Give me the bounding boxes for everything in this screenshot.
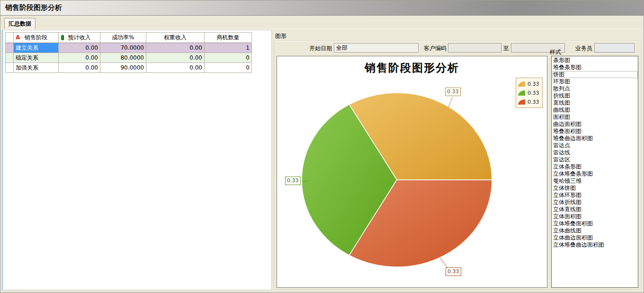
graph-group-label: 图形 — [275, 32, 286, 40]
slice-label-left: 0.33 — [285, 177, 301, 185]
salesman-label: 业务员 — [571, 44, 592, 53]
bottom-strip — [0, 290, 644, 293]
start-date-label: 开始日期 — [304, 44, 332, 53]
style-list-item[interactable]: 立体直线图 — [552, 206, 638, 213]
app-window: 销售阶段图形分析 汇总数据 A 销售阶段 预计收入 成功率% 权重 — [0, 0, 644, 293]
chart-style-listbox: 条形图堆叠条形图饼图环形图散列点折线图直线图曲线图面积图曲边面积图堆叠面积图堆叠… — [551, 56, 638, 288]
slice-label-bottom: 0.33 — [446, 267, 461, 276]
tab-content-divider — [0, 29, 644, 29]
style-list-item[interactable]: 堆叠条形图 — [552, 64, 638, 71]
style-list-item[interactable]: 立体环形图 — [552, 192, 638, 199]
style-list-item[interactable]: 立体堆叠面积图 — [552, 220, 638, 227]
cell-stage[interactable]: 加强关系 — [14, 63, 59, 73]
column-header-label: 销售阶段 — [25, 34, 47, 41]
style-list-item[interactable]: 曲线图 — [552, 107, 638, 114]
cell-stage[interactable]: 建立关系 — [14, 43, 59, 53]
column-header-label: 预计收入 — [68, 34, 91, 41]
row-selector[interactable] — [6, 43, 14, 53]
sales-stage-table: A 销售阶段 预计收入 成功率% 权重收入 商机数量 建立关系 0.00 70.… — [5, 32, 252, 73]
start-date-input[interactable] — [334, 43, 419, 53]
style-list-item[interactable]: 条形图 — [552, 57, 638, 64]
style-list-item[interactable]: 立体面积图 — [552, 213, 638, 220]
style-list-item[interactable]: 雷达点 — [552, 142, 638, 149]
cell-weighted-revenue[interactable]: 0.00 — [146, 53, 205, 63]
style-list-item[interactable]: 直线图 — [552, 99, 638, 107]
legend-swatch-red — [518, 99, 525, 105]
column-header-weighted-revenue[interactable]: 权重收入 — [146, 33, 205, 43]
style-list-item[interactable]: 曼哈顿三维 — [552, 178, 638, 185]
legend-value: 0.33 — [528, 81, 539, 87]
legend-swatch-green — [518, 90, 525, 96]
style-list-item[interactable]: 立体堆叠曲边面积图 — [552, 241, 638, 249]
cell-opportunity-count[interactable]: 1 — [205, 43, 252, 53]
customer-code-label: 客户编码 — [420, 44, 447, 53]
table-row[interactable]: 稳定关系 0.00 80.0000 0.00 0 — [6, 53, 252, 63]
row-selector-header[interactable] — [6, 33, 14, 43]
pie-chart — [277, 56, 548, 288]
style-list-item[interactable]: 立体堆叠条形图 — [552, 170, 638, 178]
legend-value: 0.33 — [528, 99, 539, 105]
legend-swatch-orange — [518, 81, 525, 87]
slice-label-top: 0.33 — [445, 88, 461, 96]
row-selector[interactable] — [6, 53, 14, 63]
column-header-label: 成功率% — [112, 34, 134, 41]
style-group-label: 样式 — [550, 48, 561, 56]
style-list-item[interactable]: 立体曲线图 — [552, 227, 638, 234]
style-list-item[interactable]: 折线图 — [552, 92, 638, 99]
cell-stage[interactable]: 稳定关系 — [14, 53, 59, 63]
style-list-item[interactable]: 曲边面积图 — [552, 121, 638, 128]
to-label: 至 — [502, 44, 510, 53]
title-bar: 销售阶段图形分析 — [0, 0, 644, 16]
style-list-item[interactable]: 立体饼图 — [552, 185, 638, 192]
cell-expected-revenue[interactable]: 0.00 — [59, 53, 100, 63]
style-list-item[interactable]: 环形图 — [552, 78, 638, 85]
summary-table-panel: A 销售阶段 预计收入 成功率% 权重收入 商机数量 建立关系 0.00 70.… — [2, 30, 272, 290]
style-list-item[interactable]: 立体条形图 — [552, 163, 638, 170]
style-list-item[interactable]: 堆叠面积图 — [552, 128, 638, 135]
page-title: 销售阶段图形分析 — [5, 3, 62, 12]
row-selector[interactable] — [6, 63, 14, 73]
tab-summary-data[interactable]: 汇总数据 — [4, 18, 36, 29]
chart-legend: 0.33 0.33 0.33 — [516, 78, 543, 108]
column-header-stage[interactable]: A 销售阶段 — [14, 33, 59, 43]
cell-weighted-revenue[interactable]: 0.00 — [146, 43, 205, 53]
red-letter-A-icon: A — [16, 34, 20, 41]
legend-item: 0.33 — [518, 80, 540, 89]
column-header-success-rate[interactable]: 成功率% — [100, 33, 146, 43]
table-row[interactable]: 建立关系 0.00 70.0000 0.00 1 — [6, 43, 252, 53]
style-list-item[interactable]: 雷达线 — [552, 149, 638, 156]
style-list-item[interactable]: 散列点 — [552, 85, 638, 92]
chart-title: 销售阶段图形分析 — [277, 61, 547, 75]
style-group-line — [564, 53, 639, 53]
cell-success-rate[interactable]: 90.0000 — [100, 63, 146, 73]
column-header-label: 权重收入 — [164, 34, 187, 41]
cell-success-rate[interactable]: 70.0000 — [100, 43, 146, 53]
cell-weighted-revenue[interactable]: 0.00 — [146, 63, 205, 73]
style-list-item[interactable]: 立体折线图 — [552, 199, 638, 206]
style-list-item[interactable]: 面积图 — [552, 114, 638, 121]
customer-code-input[interactable] — [448, 43, 501, 53]
pie-chart-panel: 销售阶段图形分析 0.33 0.33 0.33 0.33 0.33 0.33 — [277, 56, 547, 288]
salesman-input[interactable] — [594, 43, 635, 53]
legend-value: 0.33 — [528, 90, 539, 96]
table-header-row: A 销售阶段 预计收入 成功率% 权重收入 商机数量 — [6, 33, 252, 43]
green-bar-icon — [61, 35, 64, 40]
cell-opportunity-count[interactable]: 0 — [205, 63, 252, 73]
legend-item: 0.33 — [518, 98, 540, 107]
column-header-expected-revenue[interactable]: 预计收入 — [59, 33, 100, 43]
style-list-item[interactable]: 堆叠曲边面积图 — [552, 135, 638, 142]
cell-success-rate[interactable]: 80.0000 — [100, 53, 146, 63]
table-row[interactable]: 加强关系 0.00 90.0000 0.00 0 — [6, 63, 252, 73]
column-header-opportunity-count[interactable]: 商机数量 — [205, 33, 252, 43]
cell-expected-revenue[interactable]: 0.00 — [59, 43, 100, 53]
style-list-item[interactable]: 饼图 — [552, 71, 638, 78]
cell-opportunity-count[interactable]: 0 — [205, 53, 252, 63]
column-header-label: 商机数量 — [217, 34, 240, 41]
tab-row: 汇总数据 — [0, 16, 644, 29]
legend-item: 0.33 — [518, 89, 540, 98]
cell-expected-revenue[interactable]: 0.00 — [59, 63, 100, 73]
style-list-item[interactable]: 立体曲边面积图 — [552, 234, 638, 241]
style-list-item[interactable]: 雷达区 — [552, 156, 638, 163]
